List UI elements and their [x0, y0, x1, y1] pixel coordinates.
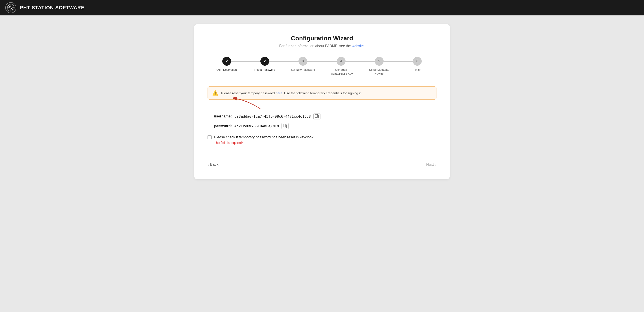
step-3-circle: 3 — [298, 57, 307, 66]
checkbox-row: Please check if temporary password has b… — [208, 135, 436, 139]
password-row: password: 4g2lroUWxGSLUAnLe/MIN — [208, 123, 436, 129]
website-link[interactable]: website. — [352, 44, 365, 48]
step-1-label: OTP Decryption — [216, 68, 237, 72]
svg-line-7 — [12, 9, 14, 10]
credentials-section: username: da3addae-fca7-45fb-98c6-4471cc… — [208, 113, 436, 129]
step-5-circle: 5 — [375, 57, 384, 66]
svg-line-8 — [12, 5, 14, 7]
wizard-card: Configuration Wizard For further Informa… — [194, 24, 450, 179]
step-6-circle: 6 — [413, 57, 422, 66]
logo-icon — [7, 4, 15, 12]
step-1-circle: ✓ — [222, 57, 231, 66]
alert-text: Please reset your tempory password here.… — [221, 91, 362, 95]
svg-line-6 — [8, 5, 10, 7]
checkbox-label[interactable]: Please check if temporary password has b… — [214, 135, 314, 139]
back-chevron-icon: ‹ — [208, 162, 209, 167]
stepper: ✓ OTP Decryption 2 Reset Password 3 Set … — [208, 57, 436, 76]
page-body: Configuration Wizard For further Informa… — [0, 16, 644, 188]
wizard-subtitle: For further Informaiton about PADME, see… — [208, 44, 436, 48]
copy-icon — [283, 124, 287, 128]
app-header: PHT STATION SOFTWARE — [0, 0, 644, 16]
arrow-annotation — [208, 107, 436, 115]
next-button[interactable]: Next › — [426, 161, 436, 169]
app-logo — [5, 2, 16, 13]
step-5-label: Setup Metadata Provider — [366, 68, 392, 76]
step-2-circle: 2 — [260, 57, 269, 66]
alert-text-before: Please reset your tempory password — [221, 91, 276, 95]
step-6-label: Finish — [414, 68, 421, 72]
subtitle-text: For further Informaiton about PADME, see… — [279, 44, 352, 48]
step-4: 4 Generate Private/Public Key — [322, 57, 360, 76]
alert-text-after: . Use the following temporary credential… — [282, 91, 362, 95]
step-2-label: Reset Password — [254, 68, 275, 72]
next-chevron-icon: › — [435, 162, 436, 167]
keycloak-check-input[interactable] — [208, 135, 212, 139]
wizard-footer: ‹ Back Next › — [208, 155, 436, 169]
checkbox-section: Please check if temporary password has b… — [208, 135, 436, 145]
warning-icon: ⚠️ — [212, 90, 218, 96]
alert-banner: ⚠️ Please reset your tempory password he… — [208, 86, 436, 100]
field-required-text: This field is required* — [214, 141, 436, 145]
svg-line-9 — [8, 9, 10, 10]
step-4-label: Generate Private/Public Key — [328, 68, 354, 76]
step-3-label: Set New Password — [291, 68, 315, 72]
step-3: 3 Set New Password — [284, 57, 322, 72]
back-label: Back — [210, 162, 218, 167]
back-button[interactable]: ‹ Back — [208, 161, 218, 169]
copy-password-button[interactable] — [282, 123, 288, 129]
step-1: ✓ OTP Decryption — [208, 57, 246, 72]
password-label: password: — [208, 124, 232, 128]
svg-point-1 — [10, 7, 12, 9]
step-2: 2 Reset Password — [246, 57, 284, 72]
step-5: 5 Setup Metadata Provider — [360, 57, 398, 76]
alert-here-link[interactable]: here — [276, 91, 282, 95]
wizard-title: Configuration Wizard — [208, 35, 436, 42]
app-title: PHT STATION SOFTWARE — [20, 5, 84, 11]
step-4-circle: 4 — [337, 57, 346, 66]
next-label: Next — [426, 162, 434, 167]
svg-rect-14 — [283, 124, 286, 127]
step-6: 6 Finish — [398, 57, 436, 72]
password-value: 4g2lroUWxGSLUAnLe/MIN — [234, 124, 279, 128]
